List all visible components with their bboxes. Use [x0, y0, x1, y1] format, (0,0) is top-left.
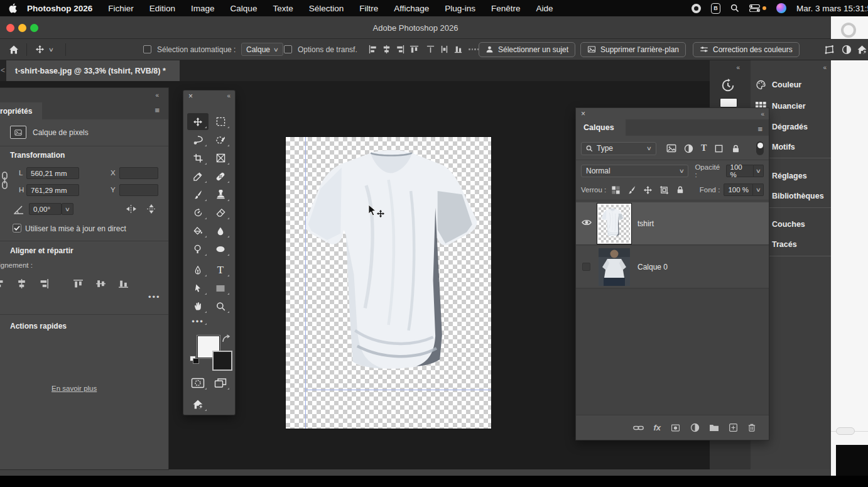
sponge-tool[interactable]: [210, 241, 231, 258]
marquee-tool[interactable]: [210, 113, 231, 130]
default-colors-icon[interactable]: [190, 356, 200, 364]
distribute-top-icon[interactable]: [426, 39, 435, 60]
dodge-tool[interactable]: [187, 241, 209, 258]
properties-tab[interactable]: Propriétés: [0, 102, 42, 119]
collapse-icon[interactable]: «: [155, 92, 158, 99]
angle-field[interactable]: 0,00°: [29, 203, 62, 215]
align-more-options[interactable]: •••: [148, 292, 161, 302]
align-top-edges-icon[interactable]: [410, 39, 419, 60]
y-field[interactable]: [119, 184, 158, 196]
filter-smart-objects-icon[interactable]: [731, 144, 741, 153]
menu-selection[interactable]: Sélection: [309, 4, 344, 13]
menu-aide[interactable]: Aide: [536, 4, 553, 13]
crop-tool[interactable]: [187, 150, 209, 167]
layer-name[interactable]: Calque 0: [637, 263, 668, 271]
clone-stamp-tool[interactable]: [210, 186, 231, 203]
paint-bucket-tool[interactable]: [187, 222, 209, 239]
horizontal-guide[interactable]: [305, 390, 491, 390]
link-layers-icon[interactable]: [633, 425, 644, 431]
filter-toggle-switch[interactable]: [756, 141, 764, 155]
type-tool[interactable]: T: [210, 261, 231, 278]
tshirt-image[interactable]: [298, 141, 484, 400]
menu-image[interactable]: Image: [191, 4, 215, 13]
lasso-tool[interactable]: [187, 131, 209, 148]
layers-tab[interactable]: Calques: [576, 119, 626, 136]
contrast-adjust-icon[interactable]: [842, 39, 852, 60]
height-field[interactable]: 761,29 mm: [26, 184, 79, 196]
apple-menu-icon[interactable]: [9, 3, 17, 13]
align-left-edges-icon[interactable]: [368, 39, 377, 60]
lock-transparency-icon[interactable]: [611, 185, 621, 195]
tools-panel-header[interactable]: × «: [183, 90, 235, 103]
document-canvas[interactable]: [286, 137, 491, 429]
document-tab[interactable]: t-shirt-base.jpg @ 33,3% (tshirt, RVB/8)…: [6, 60, 180, 81]
remove-background-button[interactable]: Supprimer l'arrière-plan: [580, 39, 686, 60]
menu-plugins[interactable]: Plug-ins: [445, 4, 475, 13]
blur-tool[interactable]: [210, 222, 231, 239]
align-right-edges-icon[interactable]: [396, 39, 405, 60]
layer-row-calque0[interactable]: Calque 0: [576, 246, 769, 288]
collapse-icon[interactable]: «: [823, 64, 826, 71]
spotlight-search-icon[interactable]: [730, 4, 739, 13]
vertical-guide[interactable]: [305, 137, 306, 429]
home-workspace-icon[interactable]: [187, 396, 209, 413]
layer-thumbnail[interactable]: [599, 205, 630, 243]
new-group-icon[interactable]: [709, 424, 719, 432]
chevron-down-icon[interactable]: ∨: [48, 47, 54, 53]
zoom-tool[interactable]: [210, 298, 231, 315]
close-icon[interactable]: ×: [581, 109, 585, 118]
menu-fichier[interactable]: Fichier: [108, 4, 134, 13]
history-brush-tool[interactable]: [187, 204, 209, 221]
opacity-value[interactable]: 100 %: [726, 165, 754, 177]
menu-filtre[interactable]: Filtre: [359, 4, 378, 13]
align-vertical-centers-icon[interactable]: [95, 278, 106, 289]
collapse-icon[interactable]: «: [761, 111, 764, 118]
auto-select-dropdown[interactable]: Calque∨: [241, 39, 283, 60]
align-horizontal-centers-icon[interactable]: [382, 39, 391, 60]
layer-row-tshirt[interactable]: tshirt: [576, 202, 769, 245]
edit-toolbar-dots[interactable]: •••: [187, 315, 209, 327]
lock-pixels-icon[interactable]: [627, 185, 636, 194]
b-app-status-icon[interactable]: B: [711, 3, 720, 14]
align-horizontal-centers-icon[interactable]: [16, 278, 27, 289]
quick-mask-mode-icon[interactable]: [187, 375, 209, 391]
background-window-scrollbar[interactable]: [836, 427, 855, 435]
filter-type-layers-icon[interactable]: T: [701, 143, 707, 153]
collapse-icon[interactable]: «: [227, 92, 230, 99]
tab-scroll-left-icon[interactable]: <: [1, 66, 5, 75]
link-dimensions-icon[interactable]: [1, 172, 8, 189]
fill-dropdown[interactable]: ∨: [753, 183, 764, 196]
new-layer-icon[interactable]: [729, 423, 738, 432]
move-tool-preset[interactable]: ∨: [35, 39, 53, 60]
menu-affichage[interactable]: Affichage: [394, 4, 429, 13]
eraser-tool[interactable]: [210, 204, 231, 221]
menu-texte[interactable]: Texte: [273, 4, 293, 13]
live-update-checkbox[interactable]: [13, 224, 21, 233]
flip-horizontal-icon[interactable]: [126, 204, 137, 214]
home-plus-icon[interactable]: [857, 39, 867, 60]
dock-item-couleur[interactable]: Couleur: [751, 77, 831, 92]
layer-visibility-empty[interactable]: [582, 263, 590, 271]
new-adjustment-layer-icon[interactable]: [690, 423, 700, 432]
menu-app-name[interactable]: Photoshop 2026: [27, 4, 92, 13]
panel-menu-icon[interactable]: ≡: [155, 106, 160, 115]
eyedropper-tool[interactable]: [187, 168, 209, 185]
align-top-edges-icon[interactable]: [73, 278, 84, 289]
brush-tool[interactable]: [187, 186, 209, 203]
learn-more-link[interactable]: En savoir plus: [52, 385, 97, 392]
blend-mode-dropdown[interactable]: Normal ∨: [581, 165, 688, 177]
color-correction-button[interactable]: Correction des couleurs: [693, 39, 800, 60]
layer-visibility-eye-icon[interactable]: [582, 219, 592, 227]
fill-value[interactable]: 100 %: [724, 183, 753, 196]
layer-name[interactable]: tshirt: [637, 219, 654, 228]
frame-tool[interactable]: [210, 150, 231, 167]
menu-edition[interactable]: Edition: [149, 4, 175, 13]
warp-transform-icon[interactable]: [824, 39, 835, 60]
screen-mode-icon[interactable]: [210, 375, 231, 391]
delete-layer-icon[interactable]: [747, 423, 756, 432]
layer-thumbnail[interactable]: [599, 248, 630, 286]
menu-bar-clock[interactable]: Mar. 3 mars 15:31:5: [796, 4, 868, 13]
filter-shape-layers-icon[interactable]: [714, 144, 724, 153]
filter-pixel-layers-icon[interactable]: [666, 143, 676, 153]
shape-tool[interactable]: [210, 280, 231, 297]
